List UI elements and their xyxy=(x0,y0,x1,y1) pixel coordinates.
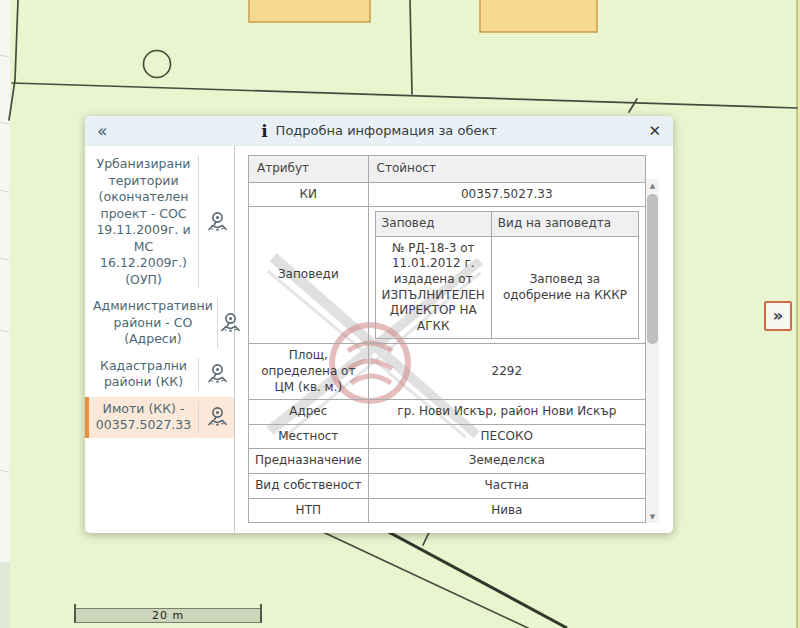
orders-header-row: Заповед Вид на заповедта xyxy=(375,212,638,237)
value-cell: 2292 xyxy=(368,344,645,400)
attribute-cell: Предназначение xyxy=(249,449,369,474)
scrollbar-thumb[interactable] xyxy=(647,194,658,344)
scale-tick-right xyxy=(260,604,262,623)
map-pin-icon[interactable] xyxy=(198,401,234,434)
value-cell: ПЕСОКО xyxy=(368,424,645,449)
layer-item-admin-regions[interactable]: Административни райони - СО (Адреси) xyxy=(85,294,234,352)
attribute-cell: Адрес xyxy=(249,400,369,425)
dialog-title-group: i Подробна информация за обект xyxy=(261,121,497,141)
attribute-table: Атрибут Стойност КИ 00357.5027.33 Запове… xyxy=(248,155,646,523)
order-type-cell: Заповед за одобрение на КККР xyxy=(491,236,638,339)
scroll-up-icon[interactable]: ▲ xyxy=(646,179,659,192)
orders-table: Заповед Вид на заповедта № РД-18-3 от 11… xyxy=(375,211,639,339)
value-cell: Нива xyxy=(368,498,645,523)
layer-label: Имоти (КК) - 00357.5027.33 xyxy=(89,401,198,434)
attribute-cell: Местност xyxy=(249,424,369,449)
table-row-orders: Заповеди Заповед Вид на заповедта № РД-1… xyxy=(249,207,646,344)
table-row-area: Площ, определена от ЦМ (кв. м.) 2292 xyxy=(249,344,646,400)
expand-panel-button[interactable]: » xyxy=(764,301,792,331)
scroll-down-icon[interactable]: ▼ xyxy=(646,510,659,523)
table-row-purpose: Предназначение Земеделска xyxy=(249,449,646,474)
dialog-body: Урбанизирани територии (окончателен прое… xyxy=(85,146,673,533)
info-icon: i xyxy=(261,121,267,141)
layer-list: Урбанизирани територии (окончателен прое… xyxy=(85,146,235,533)
map-pin-icon[interactable] xyxy=(198,358,234,391)
dialog-header: « i Подробна информация за обект ✕ xyxy=(85,116,673,146)
layer-label: Административни райони - СО (Адреси) xyxy=(89,298,217,348)
attribute-cell: Площ, определена от ЦМ (кв. м.) xyxy=(249,344,369,400)
table-row-address: Адрес гр. Нови Искър, район Нови Искър xyxy=(249,400,646,425)
layer-item-property-selected[interactable]: Имоти (КК) - 00357.5027.33 xyxy=(85,397,234,438)
attribute-cell: НТП xyxy=(249,498,369,523)
table-row-ki: КИ 00357.5027.33 xyxy=(249,182,646,207)
table-scrollbar[interactable]: ▲ ▼ xyxy=(646,179,659,523)
table-row-ownership: Вид собственост Частна xyxy=(249,473,646,498)
attribute-cell: Вид собственост xyxy=(249,473,369,498)
table-row-ntp: НТП Нива xyxy=(249,498,646,523)
attribute-cell: КИ xyxy=(249,182,369,207)
object-info-dialog: « i Подробна информация за обект ✕ Урбан… xyxy=(85,116,673,533)
collapse-icon[interactable]: « xyxy=(97,117,107,145)
map-pin-icon[interactable] xyxy=(198,156,234,288)
orders-col-type: Вид на заповедта xyxy=(491,212,638,237)
value-cell: 00357.5027.33 xyxy=(368,182,645,207)
map-scale-bar: 20 m xyxy=(75,608,261,623)
value-cell: гр. Нови Искър, район Нови Искър xyxy=(368,400,645,425)
layer-item-cadastral-regions[interactable]: Кадастрални райони (КК) xyxy=(85,354,234,395)
close-icon[interactable]: ✕ xyxy=(648,116,661,146)
layer-item-urban-territories[interactable]: Урбанизирани територии (окончателен прое… xyxy=(85,152,234,292)
map-viewport: 20 m » « i Подробна информация за обект … xyxy=(0,0,800,628)
value-cell: Земеделска xyxy=(368,449,645,474)
map-left-strip-bottom xyxy=(0,562,10,628)
attribute-cell: Заповеди xyxy=(249,207,369,344)
map-left-strip xyxy=(0,0,10,628)
orders-col-order: Заповед xyxy=(375,212,491,237)
orders-nested-cell: Заповед Вид на заповедта № РД-18-3 от 11… xyxy=(368,207,645,344)
value-cell: Частна xyxy=(368,473,645,498)
scale-label: 20 m xyxy=(76,609,260,622)
col-header-value: Стойност xyxy=(368,156,645,183)
table-row-locality: Местност ПЕСОКО xyxy=(249,424,646,449)
layer-label: Кадастрални райони (КК) xyxy=(89,358,198,391)
order-number-cell: № РД-18-3 от 11.01.2012 г. издадена от И… xyxy=(375,236,491,339)
attribute-panel: Атрибут Стойност КИ 00357.5027.33 Запове… xyxy=(235,146,673,533)
layer-label: Урбанизирани територии (окончателен прое… xyxy=(89,156,198,288)
col-header-attribute: Атрибут xyxy=(249,156,369,183)
table-header-row: Атрибут Стойност xyxy=(249,156,646,183)
dialog-title: Подробна информация за обект xyxy=(276,123,497,138)
orders-data-row: № РД-18-3 от 11.01.2012 г. издадена от И… xyxy=(375,236,638,339)
